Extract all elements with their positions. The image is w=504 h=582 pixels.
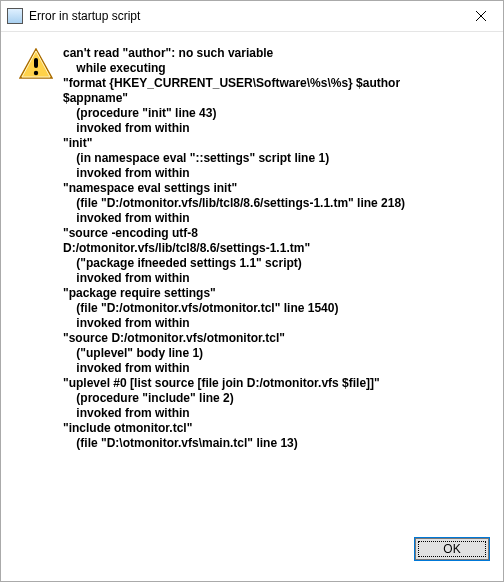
warning-icon [19,48,53,80]
ok-button[interactable]: OK [415,538,489,560]
svg-point-5 [34,71,38,75]
icon-column [19,46,63,524]
error-message: can't read "author": no such variable wh… [63,46,493,524]
close-button[interactable] [458,1,503,31]
app-icon [7,8,23,24]
close-icon [476,11,486,21]
window-title: Error in startup script [29,9,458,23]
dialog-content: can't read "author": no such variable wh… [1,32,503,532]
titlebar: Error in startup script [1,1,503,32]
button-row: OK [1,532,503,572]
svg-rect-4 [34,58,38,68]
